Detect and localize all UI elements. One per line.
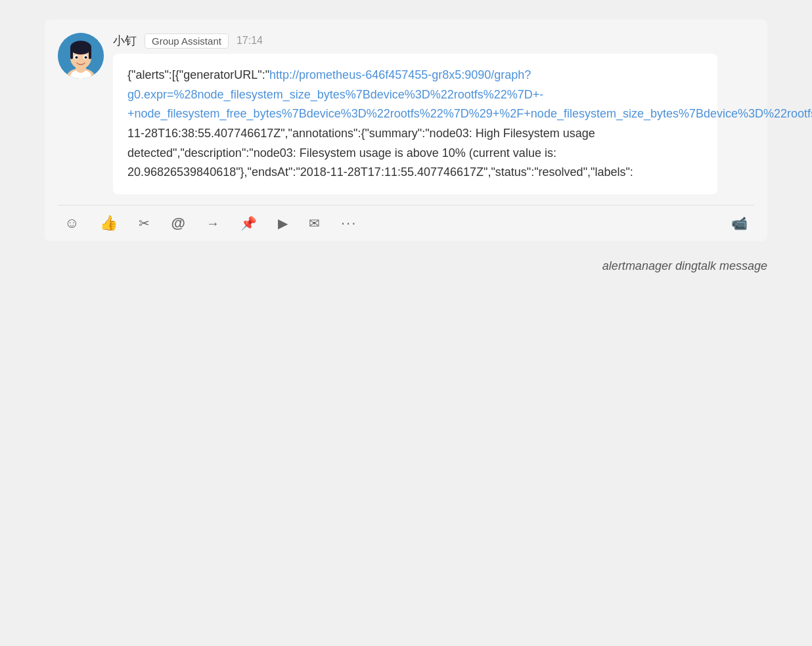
more-icon[interactable]: ··· bbox=[341, 215, 357, 232]
svg-point-11 bbox=[76, 56, 78, 59]
forward-icon[interactable]: → bbox=[206, 216, 219, 231]
mail-icon[interactable]: ✉ bbox=[309, 215, 320, 231]
message-bubble: {"alerts":[{"generatorURL":"http://prome… bbox=[113, 54, 717, 194]
message-toolbar: ☺ 👍 ✂ @ → 📌 ▶ ✉ ··· 📹 bbox=[58, 205, 754, 241]
timestamp: 17:14 bbox=[237, 35, 263, 47]
sender-name: 小钉 bbox=[113, 33, 137, 49]
avatar bbox=[58, 33, 104, 79]
like-icon[interactable]: 👍 bbox=[100, 215, 118, 232]
message-content-area: 小钉 Group Assistant 17:14 {"alerts":[{"ge… bbox=[113, 33, 754, 194]
scissors-icon[interactable]: ✂ bbox=[139, 215, 150, 231]
pin-icon[interactable]: 📌 bbox=[240, 215, 257, 231]
message-row: 小钉 Group Assistant 17:14 {"alerts":[{"ge… bbox=[58, 33, 754, 194]
video-play-icon[interactable]: ▶ bbox=[278, 215, 288, 231]
group-assistant-badge: Group Assistant bbox=[145, 33, 229, 49]
chat-container: 小钉 Group Assistant 17:14 {"alerts":[{"ge… bbox=[45, 20, 767, 241]
message-meta: 小钉 Group Assistant 17:14 bbox=[113, 33, 754, 49]
video-camera-icon[interactable]: 📹 bbox=[731, 215, 748, 231]
message-prefix: {"alerts":[{"generatorURL":" bbox=[127, 68, 269, 81]
svg-point-8 bbox=[72, 45, 90, 54]
at-icon[interactable]: @ bbox=[171, 215, 185, 232]
emoji-icon[interactable]: ☺ bbox=[64, 215, 79, 232]
svg-point-12 bbox=[85, 56, 87, 59]
caption: alertmanager dingtalk message bbox=[45, 259, 767, 273]
caption-text: alertmanager dingtalk message bbox=[602, 259, 767, 272]
